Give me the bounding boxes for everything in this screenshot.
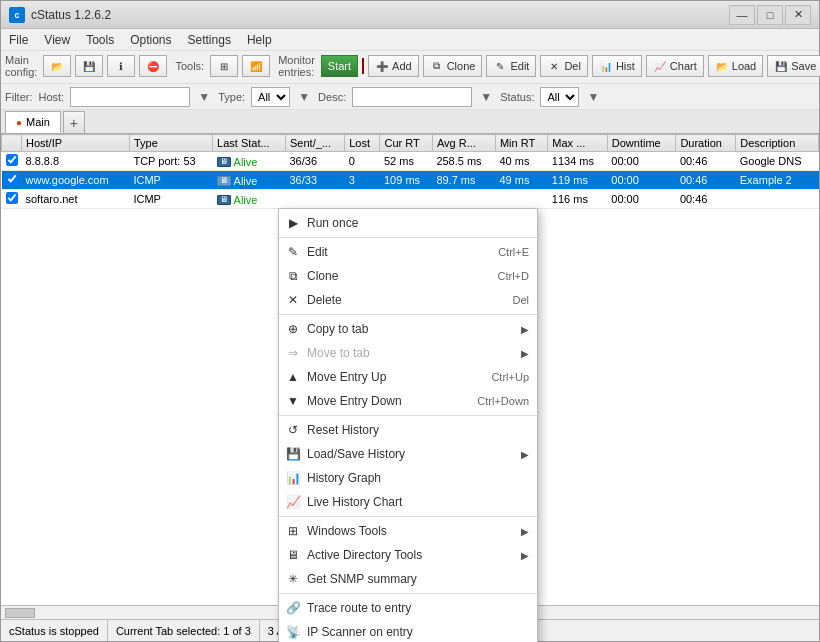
ctx-icon-active-directory-tools: 🖥 [285, 547, 301, 563]
row-downtime: 00:00 [607, 190, 676, 209]
ctx-item-move-entry-down[interactable]: ▼ Move Entry Down Ctrl+Down [279, 389, 537, 413]
col-duration[interactable]: Duration [676, 135, 736, 152]
type-filter-select[interactable]: All [251, 87, 290, 107]
ctx-item-get-snmp-summary[interactable]: ✳ Get SNMP summary [279, 567, 537, 591]
tab-add-button[interactable]: + [63, 111, 85, 133]
main-config-btn4[interactable]: ⛔ [139, 55, 167, 77]
menu-help[interactable]: Help [239, 31, 280, 49]
folder-open-icon: 📂 [50, 59, 64, 73]
save-button[interactable]: 💾 Save [767, 55, 820, 77]
start-button[interactable]: Start [321, 55, 358, 77]
desc-filter-icon[interactable]: ▼ [478, 89, 494, 105]
col-sent[interactable]: Sent/_... [286, 135, 345, 152]
tools-btn2[interactable]: 📶 [242, 55, 270, 77]
info-icon: ℹ [114, 59, 128, 73]
col-description[interactable]: Description [736, 135, 819, 152]
chart-button[interactable]: 📈 Chart [646, 55, 704, 77]
host-filter-icon[interactable]: ▼ [196, 89, 212, 105]
row-description: Google DNS [736, 152, 819, 171]
row-duration: 00:46 [676, 190, 736, 209]
col-avg-rt[interactable]: Avg R... [432, 135, 495, 152]
tools-label: Tools: [175, 60, 204, 72]
minimize-button[interactable]: — [729, 5, 755, 25]
row-check-cell[interactable] [2, 171, 22, 190]
col-lost[interactable]: Lost [345, 135, 380, 152]
tab-main[interactable]: ● Main [5, 111, 61, 133]
hist-button[interactable]: 📊 Hist [592, 55, 642, 77]
ctx-shortcut-move-entry-down: Ctrl+Down [477, 395, 529, 407]
maximize-button[interactable]: □ [757, 5, 783, 25]
status-tab: Current Tab selected: 1 of 3 [108, 620, 260, 641]
ctx-item-live-history-chart[interactable]: 📈 Live History Chart [279, 490, 537, 514]
ctx-item-ip-scanner[interactable]: 📡 IP Scanner on entry [279, 620, 537, 642]
menu-view[interactable]: View [36, 31, 78, 49]
ctx-separator [279, 314, 537, 315]
row-lost: 0 [345, 152, 380, 171]
tools-btn1[interactable]: ⊞ [210, 55, 238, 77]
ctx-item-trace-route[interactable]: 🔗 Trace route to entry [279, 596, 537, 620]
ctx-item-active-directory-tools[interactable]: 🖥 Active Directory Tools ▶ [279, 543, 537, 567]
main-config-save-btn[interactable]: 💾 [75, 55, 103, 77]
ctx-icon-trace-route: 🔗 [285, 600, 301, 616]
menu-options[interactable]: Options [122, 31, 179, 49]
ctx-label-copy-to-tab: Copy to tab [307, 322, 509, 336]
add-button[interactable]: ➕ Add [368, 55, 419, 77]
table-row[interactable]: www.google.com ICMP 🖥 Alive 36/33 3 109 … [2, 171, 819, 190]
chart-icon: 📈 [653, 59, 667, 73]
clone-icon: ⧉ [430, 59, 444, 73]
ctx-item-clone[interactable]: ⧉ Clone Ctrl+D [279, 264, 537, 288]
col-type[interactable]: Type [129, 135, 212, 152]
status-filter-label: Status: [500, 91, 534, 103]
type-filter-icon[interactable]: ▼ [296, 89, 312, 105]
close-button[interactable]: ✕ [785, 5, 811, 25]
row-type: TCP port: 53 [129, 152, 212, 171]
type-filter-label: Type: [218, 91, 245, 103]
ctx-label-load-save-history: Load/Save History [307, 447, 509, 461]
col-downtime[interactable]: Downtime [607, 135, 676, 152]
main-config-open-btn[interactable]: 📂 [43, 55, 71, 77]
ctx-item-delete[interactable]: ✕ Delete Del [279, 288, 537, 312]
ctx-icon-ip-scanner: 📡 [285, 624, 301, 640]
ctx-icon-move-entry-down: ▼ [285, 393, 301, 409]
row-host: 8.8.8.8 [22, 152, 130, 171]
ctx-icon-clone: ⧉ [285, 268, 301, 284]
del-button[interactable]: ✕ Del [540, 55, 588, 77]
ctx-item-history-graph[interactable]: 📊 History Graph [279, 466, 537, 490]
ctx-arrow-load-save-history: ▶ [521, 449, 529, 460]
ctx-arrow-windows-tools: ▶ [521, 526, 529, 537]
row-check-cell[interactable] [2, 152, 22, 171]
table-row[interactable]: 8.8.8.8 TCP port: 53 🖥 Alive 36/36 0 52 … [2, 152, 819, 171]
ctx-item-load-save-history[interactable]: 💾 Load/Save History ▶ [279, 442, 537, 466]
ctx-item-edit[interactable]: ✎ Edit Ctrl+E [279, 240, 537, 264]
ctx-icon-move-entry-up: ▲ [285, 369, 301, 385]
col-cur-rt[interactable]: Cur RT [380, 135, 432, 152]
ctx-label-move-entry-down: Move Entry Down [307, 394, 469, 408]
row-check-cell[interactable] [2, 190, 22, 209]
main-config-btn3[interactable]: ℹ [107, 55, 135, 77]
menu-settings[interactable]: Settings [180, 31, 239, 49]
status-filter-icon[interactable]: ▼ [585, 89, 601, 105]
menu-tools[interactable]: Tools [78, 31, 122, 49]
edit-button[interactable]: ✎ Edit [486, 55, 536, 77]
host-filter-input[interactable] [70, 87, 190, 107]
row-status: 🖥 Alive [213, 190, 286, 209]
clone-button[interactable]: ⧉ Clone [423, 55, 483, 77]
col-min-rt[interactable]: Min RT [495, 135, 547, 152]
ctx-item-run-once[interactable]: ▶ Run once [279, 211, 537, 235]
menu-file[interactable]: File [1, 31, 36, 49]
ctx-item-copy-to-tab[interactable]: ⊕ Copy to tab ▶ [279, 317, 537, 341]
ctx-shortcut-clone: Ctrl+D [498, 270, 529, 282]
desc-filter-input[interactable] [352, 87, 472, 107]
save-config-icon: 💾 [82, 59, 96, 73]
ctx-item-move-entry-up[interactable]: ▲ Move Entry Up Ctrl+Up [279, 365, 537, 389]
ctx-item-reset-history[interactable]: ↺ Reset History [279, 418, 537, 442]
ctx-label-ip-scanner: IP Scanner on entry [307, 625, 529, 639]
status-filter-select[interactable]: All [540, 87, 579, 107]
col-host[interactable]: Host/IP [22, 135, 130, 152]
table-row[interactable]: softaro.net ICMP 🖥 Alive 116 ms 00:00 00… [2, 190, 819, 209]
ctx-item-windows-tools[interactable]: ⊞ Windows Tools ▶ [279, 519, 537, 543]
load-button[interactable]: 📂 Load [708, 55, 763, 77]
desc-filter-label: Desc: [318, 91, 346, 103]
col-max-rt[interactable]: Max ... [548, 135, 607, 152]
col-last-stat[interactable]: Last Stat... [213, 135, 286, 152]
